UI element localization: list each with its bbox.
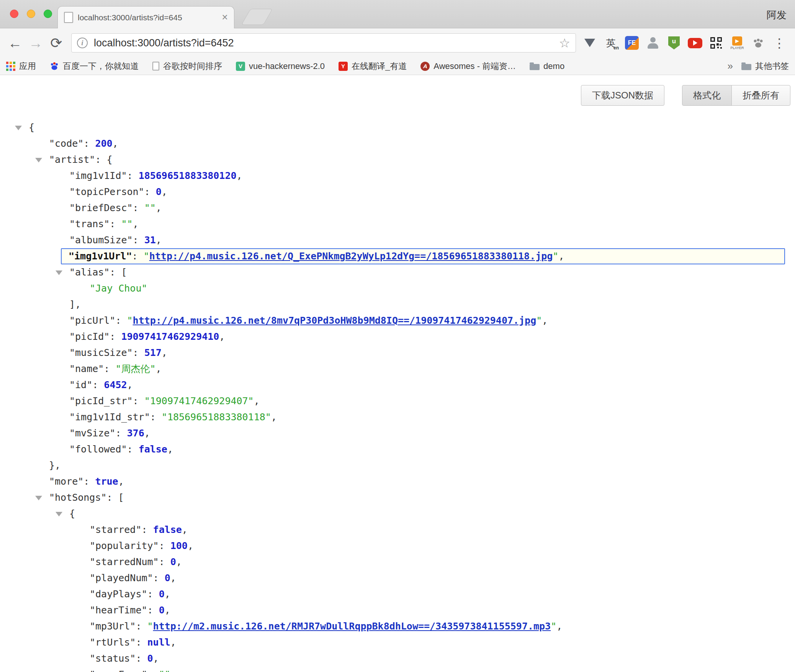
json-url-link[interactable]: http://p4.music.126.net/Q_ExePNkmgB2yWyL… [149, 251, 553, 262]
json-line-content: "mp3Url": "http://m2.music.126.net/RMJR7… [90, 618, 562, 634]
bookmark-star-icon[interactable]: ☆ [559, 37, 570, 49]
json-token: , [127, 379, 133, 390]
json-token: , [182, 524, 188, 535]
forward-icon[interactable]: → [25, 36, 46, 50]
url-input[interactable]: localhost:3000/artists?id=6452 [94, 37, 559, 49]
back-icon[interactable]: ← [5, 36, 25, 50]
json-line[interactable]: "playedNum": 0, [0, 570, 795, 586]
json-line[interactable]: "artist": { [0, 152, 795, 168]
browser-tab[interactable]: localhost:3000/artists?id=645 × [57, 6, 234, 28]
fe-extension-icon[interactable]: FE [623, 34, 641, 52]
bookmark-apps[interactable]: 应用 [6, 61, 36, 72]
reload-icon[interactable]: ⟳ [46, 36, 67, 50]
bookmark-label: vue-hackernews-2.0 [249, 61, 325, 71]
json-line[interactable]: "Jay Chou" [0, 280, 795, 297]
download-json-button[interactable]: 下载JSON数据 [581, 85, 664, 106]
json-line[interactable]: { [0, 506, 795, 522]
bookmark-label: 在线翻译_有道 [352, 61, 407, 72]
json-line[interactable]: "mp3Url": "http://m2.music.126.net/RMJR7… [0, 618, 795, 634]
bookmark-google-sort[interactable]: 谷歌按时间排序 [152, 61, 222, 72]
json-line[interactable]: "picId": 19097417462929410, [0, 329, 795, 345]
json-line[interactable]: ], [0, 297, 795, 313]
translate-extension-icon[interactable]: 英 en [602, 34, 620, 52]
bookmark-vue-hackernews[interactable]: V vue-hackernews-2.0 [236, 61, 325, 71]
json-line[interactable]: "starred": false, [0, 522, 795, 538]
json-url-link[interactable]: http://m2.music.126.net/RMJR7wDullRqppBk… [153, 621, 551, 632]
json-line[interactable]: "popularity": 100, [0, 538, 795, 554]
json-token: "topicPerson" [69, 186, 144, 197]
json-line[interactable]: "trans": "", [0, 216, 795, 232]
page-content: 下载JSON数据 格式化 折叠所有 {"code": 200,"artist":… [0, 75, 795, 672]
json-url-link[interactable]: http://p4.music.126.net/8mv7qP30Pd3oHW8b… [133, 315, 537, 326]
json-line[interactable]: "picUrl": "http://p4.music.126.net/8mv7q… [0, 313, 795, 329]
json-token: 100 [170, 540, 188, 551]
ublock-extension-icon[interactable]: u [665, 34, 683, 52]
bookmark-youdao[interactable]: Y 在线翻译_有道 [339, 61, 407, 72]
json-token: "more" [49, 476, 83, 487]
profile-name[interactable]: 阿发 [767, 8, 787, 22]
json-line[interactable]: "name": "周杰伦", [0, 361, 795, 377]
json-line[interactable]: "img1v1Id": 18569651883380120, [0, 168, 795, 184]
json-line[interactable]: "albumSize": 31, [0, 232, 795, 248]
json-line-content: "copyFrom": "", [90, 667, 176, 672]
bookmark-demo[interactable]: demo [530, 61, 564, 71]
json-line[interactable]: "id": 6452, [0, 377, 795, 393]
vflag-extension-icon[interactable] [581, 34, 599, 52]
json-line[interactable]: }, [0, 457, 795, 474]
json-line[interactable]: "musicSize": 517, [0, 345, 795, 361]
close-window-button[interactable] [10, 10, 18, 18]
json-viewer: {"code": 200,"artist": {"img1v1Id": 1856… [0, 120, 795, 672]
tab-favicon-icon [64, 12, 73, 23]
tab-close-icon[interactable]: × [222, 12, 228, 23]
minimize-window-button[interactable] [27, 10, 35, 18]
json-token: " [536, 315, 542, 326]
collapse-toggle-icon[interactable] [56, 512, 62, 516]
browser-menu-icon[interactable]: ⋮ [770, 34, 788, 52]
json-line[interactable]: "followed": false, [0, 441, 795, 457]
new-tab-button[interactable] [241, 9, 273, 25]
json-token: "status" [90, 653, 136, 664]
json-line[interactable]: "rtUrls": null, [0, 634, 795, 651]
json-line[interactable]: { [0, 120, 795, 136]
json-token: "" [144, 202, 156, 213]
other-bookmarks-folder[interactable]: 其他书签 [741, 61, 789, 72]
address-bar[interactable]: i localhost:3000/artists?id=6452 ☆ [71, 33, 576, 52]
json-token: : [115, 428, 127, 439]
bookmark-baidu[interactable]: 百度一下，你就知道 [50, 61, 139, 72]
json-line[interactable]: "copyFrom": "", [0, 667, 795, 672]
player-extension-icon[interactable]: ▶ PLAYER [728, 34, 746, 52]
youtube-extension-icon[interactable] [686, 34, 704, 52]
json-line[interactable]: "mvSize": 376, [0, 425, 795, 441]
json-line[interactable]: "code": 200, [0, 136, 795, 152]
paw-extension-icon[interactable] [749, 34, 767, 52]
json-line[interactable]: "more": true, [0, 474, 795, 490]
collapse-all-button[interactable]: 折叠所有 [731, 85, 790, 106]
collapse-toggle-icon[interactable] [35, 158, 42, 162]
collapse-toggle-icon[interactable] [35, 496, 42, 500]
json-line[interactable]: "dayPlays": 0, [0, 586, 795, 602]
page-info-icon[interactable]: i [77, 38, 88, 48]
json-token: : [144, 186, 156, 197]
json-line-content: "dayPlays": 0, [90, 586, 170, 602]
json-line[interactable]: "picId_str": "19097417462929407", [0, 393, 795, 409]
json-line[interactable]: "hotSongs": [ [0, 490, 795, 506]
person-extension-icon[interactable] [644, 34, 662, 52]
format-button[interactable]: 格式化 [682, 85, 732, 106]
bookmark-awesomes[interactable]: A Awesomes - 前端资… [420, 61, 516, 72]
json-line-highlighted[interactable]: "img1v1Url": "http://p4.music.126.net/Q_… [0, 248, 795, 264]
collapse-toggle-icon[interactable] [56, 270, 62, 275]
json-line-content: { [29, 120, 34, 136]
zoom-window-button[interactable] [44, 10, 52, 18]
json-line[interactable]: "img1v1Id_str": "18569651883380118", [0, 409, 795, 425]
json-line[interactable]: "topicPerson": 0, [0, 184, 795, 200]
collapse-toggle-icon[interactable] [15, 126, 22, 130]
json-line[interactable]: "alias": [ [0, 264, 795, 280]
json-token: "name" [69, 363, 104, 374]
json-line[interactable]: "briefDesc": "", [0, 200, 795, 216]
bookmarks-overflow-icon[interactable]: » [728, 60, 733, 72]
qrcode-extension-icon[interactable] [707, 34, 725, 52]
json-line[interactable]: "status": 0, [0, 651, 795, 667]
json-token: "18569651883380118" [162, 411, 271, 423]
json-line[interactable]: "starredNum": 0, [0, 554, 795, 570]
json-line[interactable]: "hearTime": 0, [0, 602, 795, 618]
